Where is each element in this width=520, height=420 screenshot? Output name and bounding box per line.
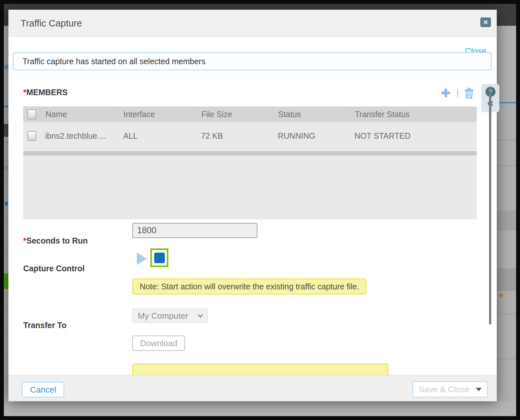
background-dark-tab [4, 124, 9, 137]
stop-capture-icon[interactable] [154, 253, 165, 263]
members-label-text: MEMBERS [26, 88, 68, 97]
download-button[interactable]: Download [132, 335, 185, 351]
column-header-transfer-status[interactable]: Transfer Status [349, 106, 477, 122]
background-bottom-strip [4, 401, 516, 416]
capture-control-label: Capture Control [23, 264, 85, 273]
overwrite-note-text: Note: Start action will overwrite the ex… [140, 282, 359, 291]
background-row-divider [4, 308, 9, 309]
members-table: Name Interface File Size Status Transfer… [23, 106, 477, 219]
background-row [497, 268, 516, 291]
screenshot-root: e OS Traffic Capture × Close Tr [0, 0, 520, 420]
cell-file-size: 72 KB [196, 131, 273, 141]
background-row-divider [4, 142, 9, 143]
required-asterisk: * [23, 236, 26, 245]
background-orange-marker [499, 294, 503, 297]
background-row-divider [4, 376, 9, 376]
overwrite-note: Note: Start action will overwrite the ex… [132, 278, 366, 295]
background-row-divider [497, 165, 516, 166]
cell-status: RUNNING [273, 131, 349, 141]
dialog-footer: Cancel Save & Close [8, 375, 497, 401]
status-message-text: Traffic capture has started on all selec… [23, 57, 205, 66]
highlight-box [150, 248, 168, 267]
seconds-to-run-input[interactable] [132, 223, 257, 238]
background-row-divider [497, 359, 516, 359]
transfer-to-label: Transfer To [23, 321, 66, 330]
save-and-close-label: Save & Close [419, 385, 470, 395]
column-header-interface[interactable]: Interface [118, 106, 196, 122]
background-row-divider [4, 251, 9, 252]
seconds-to-run-label: *Seconds to Run [23, 236, 88, 245]
column-header-name[interactable]: Name [40, 106, 118, 122]
required-asterisk: * [23, 88, 26, 97]
background-row [497, 210, 516, 230]
dialog-title: Traffic Capture [21, 10, 82, 37]
cell-transfer-status: NOT STARTED [349, 131, 477, 141]
column-header-file-size[interactable]: File Size [196, 106, 273, 122]
cancel-button[interactable]: Cancel [22, 382, 64, 397]
background-row-divider [4, 331, 9, 331]
background-row-divider [4, 181, 9, 181]
background-active-tab-line [4, 106, 9, 107]
cell-member-name: ibns2.techblue.... [40, 131, 118, 141]
cell-interface: ALL [118, 131, 196, 141]
start-capture-icon[interactable] [137, 253, 147, 265]
table-row[interactable]: ibns2.techblue.... ALL 72 KB RUNNING NOT… [23, 122, 477, 150]
row-checkbox-cell [23, 131, 40, 141]
background-row-divider [4, 353, 9, 354]
status-message-bar: Traffic capture has started on all selec… [13, 52, 492, 70]
seconds-label-text: Seconds to Run [26, 236, 88, 245]
row-checkbox[interactable] [27, 131, 36, 141]
add-member-icon[interactable] [440, 87, 452, 99]
save-and-close-button[interactable]: Save & Close [413, 381, 488, 397]
horizontal-scrollbar[interactable] [23, 151, 477, 155]
transfer-to-value: My Computer [138, 311, 188, 321]
close-icon[interactable]: × [480, 17, 491, 27]
header-checkbox-cell [23, 109, 40, 119]
background-text-fragment: OS [4, 165, 9, 172]
select-all-checkbox[interactable] [27, 109, 36, 119]
members-section-label: *MEMBERS [23, 88, 68, 97]
vertical-scrollbar[interactable] [489, 87, 491, 325]
background-green-cell [4, 274, 9, 289]
background-row-divider [497, 230, 516, 230]
delete-member-icon[interactable] [464, 87, 474, 99]
background-row-divider [4, 219, 9, 220]
background-row-divider [497, 139, 516, 140]
transfer-to-select[interactable]: My Computer [132, 309, 208, 323]
dialog-header: Traffic Capture × [8, 10, 497, 37]
background-row-divider [497, 314, 516, 314]
column-header-status[interactable]: Status [273, 106, 349, 122]
traffic-capture-dialog: Traffic Capture × Close Traffic capture … [8, 10, 497, 401]
toolbar-divider [457, 89, 458, 97]
members-table-header: Name Interface File Size Status Transfer… [23, 106, 477, 122]
chevron-down-icon [198, 312, 203, 318]
background-blue-marker [5, 202, 8, 205]
clipped-note-box [132, 364, 388, 376]
dropdown-caret-icon [476, 388, 482, 391]
background-active-tab-line [497, 102, 516, 103]
